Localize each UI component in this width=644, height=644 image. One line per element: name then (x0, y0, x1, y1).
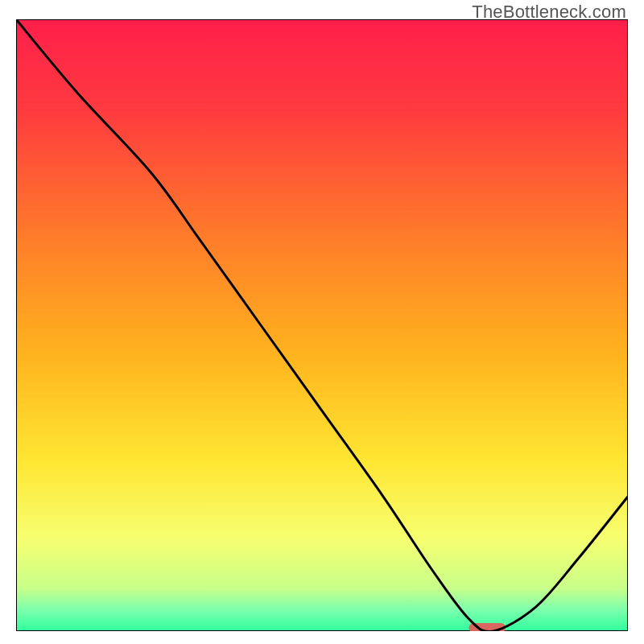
chart-background (16, 19, 628, 631)
bottleneck-chart (16, 19, 628, 631)
chart-frame (16, 19, 628, 631)
